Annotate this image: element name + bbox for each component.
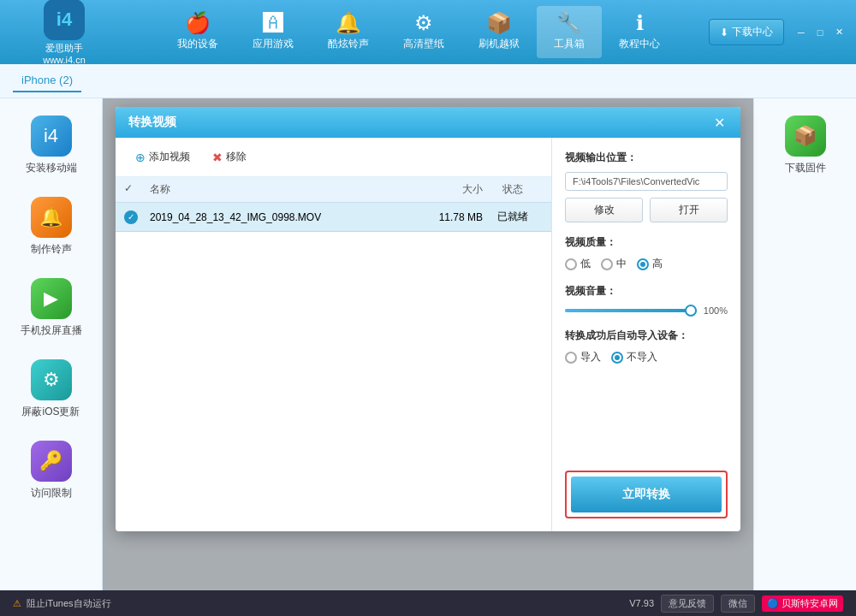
maximize-button[interactable]: □ [811,24,829,41]
header-size-col: 大小 [414,182,483,197]
convert-button[interactable]: 立即转换 [571,477,722,512]
feedback-button[interactable]: 意见反馈 [661,595,714,613]
add-video-button[interactable]: ⊕ 添加视频 [128,146,197,168]
checked-icon: ✓ [124,210,138,224]
wechat-button[interactable]: 微信 [721,595,755,613]
ringtones-nav-label: 酷炫铃声 [328,37,369,51]
nav-item-jailbreak[interactable]: 📦 刷机越狱 [461,6,537,58]
download-firmware-label: 下载固件 [785,161,826,175]
auto-import-setting-group: 转换成功后自动导入设备： 导入 不导入 [565,329,728,364]
app-games-nav-label: 应用游戏 [253,37,294,51]
volume-slider-thumb[interactable] [685,305,697,317]
header-name-col: 名称 [150,182,414,197]
screen-mirror-icon: ▶ [31,278,72,319]
modify-button[interactable]: 修改 [565,198,643,222]
itunes-text: 阻止iTunes自动运行 [27,597,111,610]
quality-radio-group: 低 中 高 [565,257,728,271]
file-table: ✓ 名称 大小 状态 ✓ 2019_04_28_13_42_IMG_0998.M… [116,177,551,531]
modal-toolbar: ⊕ 添加视频 ✖ 移除 [116,138,551,177]
quality-mid-label: 中 [616,257,627,271]
wallpaper-nav-icon: ⚙ [414,13,433,33]
nav-item-toolbox[interactable]: 🔧 工具箱 [537,6,602,58]
nav-item-ringtones[interactable]: 🔔 酷炫铃声 [311,6,386,58]
volume-slider-track[interactable] [565,309,697,312]
site-name: 贝斯特安卓网 [782,597,838,610]
download-center-button[interactable]: ⬇ 下载中心 [709,19,784,45]
output-buttons: 修改 打开 [565,198,728,222]
modal-close-button[interactable]: ✕ [710,114,728,131]
row-check: ✓ [124,210,150,224]
modal-header: 转换视频 ✕ [116,107,740,138]
quality-low[interactable]: 低 [565,257,591,271]
modal-title: 转换视频 [128,115,176,130]
nav-item-my-device[interactable]: 🍎 我的设备 [160,6,235,58]
remove-video-button[interactable]: ✖ 移除 [205,146,253,168]
version-text: V7.93 [629,598,654,608]
wallpaper-nav-label: 高清壁纸 [403,37,444,51]
close-button[interactable]: ✕ [830,24,847,41]
row-filename: 2019_04_28_13_42_IMG_0998.MOV [150,211,414,223]
sidebar-item-access-limit[interactable]: 🔑 访问限制 [0,432,102,509]
modal-left-panel: ⊕ 添加视频 ✖ 移除 ✓ 名称 [116,138,552,531]
toolbox-nav-label: 工具箱 [554,37,585,51]
sidebar: i4 安装移动端 🔔 制作铃声 ▶ 手机投屏直播 ⚙ 屏蔽iOS更新 🔑 访问限… [0,98,103,590]
sidebar-item-make-ringtone[interactable]: 🔔 制作铃声 [0,188,102,265]
quality-high[interactable]: 高 [637,257,663,271]
site-logo: 🔵 贝斯特安卓网 [762,595,843,612]
header-right: ⬇ 下载中心 ─ □ ✕ [709,19,847,45]
no-import-label: 不导入 [627,350,657,364]
ringtones-nav-icon: 🔔 [336,13,361,33]
volume-setting-group: 视频音量： 100% [565,284,728,316]
sidebar-item-install-app[interactable]: i4 安装移动端 [0,107,102,184]
quality-mid[interactable]: 中 [601,257,627,271]
open-button[interactable]: 打开 [650,198,728,222]
logo-area: i4 爱思助手 www.i4.cn [9,0,120,65]
header-status-col: 状态 [483,182,543,197]
sidebar-item-screen-mirror[interactable]: ▶ 手机投屏直播 [0,270,102,346]
volume-label: 视频音量： [565,284,728,299]
content-area: 转换视频 ✕ ⊕ 添加视频 ✖ [103,98,753,590]
screen-mirror-label: 手机投屏直播 [21,323,82,338]
modal-overlay: 转换视频 ✕ ⊕ 添加视频 ✖ [103,98,753,590]
device-tab[interactable]: iPhone (2) [13,69,81,92]
logo-char: i4 [56,9,72,31]
nav-item-wallpaper[interactable]: ⚙ 高清壁纸 [386,6,461,58]
import-radio [565,352,577,364]
import-option[interactable]: 导入 [565,350,601,364]
header-check-col: ✓ [124,182,150,197]
quality-mid-radio [601,258,613,270]
download-icon: ⬇ [720,27,728,38]
volume-slider-container: 100% [565,305,728,316]
logo-text: 爱思助手 [45,42,83,55]
install-app-icon: i4 [31,116,72,157]
minimize-button[interactable]: ─ [793,24,810,41]
sidebar-item-block-ios[interactable]: ⚙ 屏蔽iOS更新 [0,351,102,428]
quality-low-label: 低 [580,257,591,271]
site-logo-icon: 🔵 [767,598,779,609]
make-ringtone-label: 制作铃声 [31,242,72,257]
device-bar: iPhone (2) [0,64,856,98]
block-ios-label: 屏蔽iOS更新 [21,405,80,419]
main-area: i4 安装移动端 🔔 制作铃声 ▶ 手机投屏直播 ⚙ 屏蔽iOS更新 🔑 访问限… [0,98,856,590]
footer: ⚠ 阻止iTunes自动运行 V7.93 意见反馈 微信 🔵 贝斯特安卓网 [0,590,856,616]
output-path: F:\i4Tools7\Files\ConvertedVic [565,172,728,191]
volume-value: 100% [704,305,728,316]
sidebar-item-download-firmware[interactable]: 📦 下载固件 [781,107,830,184]
access-limit-icon: 🔑 [31,441,72,482]
import-label: 导入 [580,350,601,364]
no-import-option[interactable]: 不导入 [611,350,657,364]
logo-sub: www.i4.cn [43,55,86,65]
quality-low-radio [565,258,577,270]
quality-setting-group: 视频质量： 低 中 [565,235,728,271]
footer-left: ⚠ 阻止iTunes自动运行 [13,597,111,610]
table-row[interactable]: ✓ 2019_04_28_13_42_IMG_0998.MOV 11.78 MB… [116,203,551,232]
my-device-nav-label: 我的设备 [177,37,218,51]
table-header: ✓ 名称 大小 状态 [116,177,551,203]
nav-item-tutorials[interactable]: ℹ 教程中心 [602,6,677,58]
nav-item-app-games[interactable]: 🅰 应用游戏 [235,6,311,58]
add-video-label: 添加视频 [149,150,190,164]
my-device-nav-icon: 🍎 [185,13,211,33]
jailbreak-nav-label: 刷机越狱 [479,37,520,51]
nav-bar: 🍎 我的设备 🅰 应用游戏 🔔 酷炫铃声 ⚙ 高清壁纸 📦 刷机越狱 🔧 工具箱… [128,6,709,58]
download-firmware-icon: 📦 [785,116,826,157]
